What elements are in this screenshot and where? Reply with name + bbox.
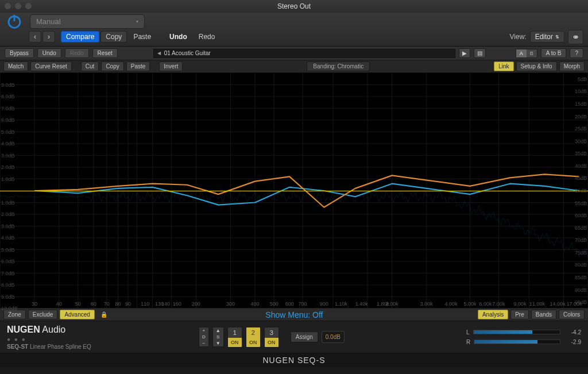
- x-tick: 80: [115, 301, 121, 307]
- y-tick: 7.0dB: [1, 271, 15, 276]
- meter-r: R -2.9: [466, 339, 581, 345]
- banding-dropdown[interactable]: Banding: Chromatic: [307, 61, 370, 71]
- y-tick-right: 65dB: [575, 225, 587, 231]
- y-tick: 3.0dB: [1, 223, 15, 229]
- save-preset-icon[interactable]: ▤: [474, 48, 486, 58]
- ab-toggle[interactable]: A B: [516, 49, 537, 58]
- x-tick: 14.00k: [550, 301, 566, 307]
- x-tick: 1.10k: [335, 301, 347, 307]
- a-to-b-button[interactable]: A to B: [541, 48, 567, 58]
- sidechain-link-icon[interactable]: ⚭: [568, 30, 583, 44]
- y-tick: 5.0dB: [1, 247, 15, 253]
- redo-button[interactable]: Redo: [194, 31, 220, 43]
- curve-reset-button[interactable]: Curve Reset: [30, 61, 72, 71]
- colors-button[interactable]: Colors: [559, 310, 585, 319]
- tool-copy-button[interactable]: Copy: [101, 61, 123, 71]
- reset-button[interactable]: Reset: [92, 48, 118, 58]
- up-arrow-icon[interactable]: ▲: [213, 327, 223, 334]
- cut-button[interactable]: Cut: [81, 61, 99, 71]
- y-tick-right: 5dB: [578, 76, 587, 82]
- x-tick: 110: [141, 301, 149, 307]
- lower-toolbar: Zone Exclude Advanced 🔒 Show Menu: Off A…: [0, 309, 588, 321]
- y-tick-right: 10dB: [575, 88, 587, 94]
- close-icon[interactable]: [5, 3, 11, 9]
- x-tick: 700: [299, 301, 307, 307]
- band-2-button[interactable]: 2ON: [246, 327, 261, 348]
- advanced-button[interactable]: Advanced: [60, 310, 94, 319]
- brand-row: NUGEN Audio ● ● ● SEQ-ST Linear Phase Sp…: [0, 321, 588, 353]
- minimize-icon[interactable]: [15, 3, 21, 9]
- down-arrow-icon[interactable]: ▼: [213, 340, 223, 346]
- morph-button[interactable]: Morph: [559, 61, 585, 71]
- bypass-button[interactable]: Bypass: [5, 48, 34, 58]
- x-tick: 900: [320, 301, 328, 307]
- help-button[interactable]: ?: [570, 48, 583, 58]
- y-tick: 3.0dB: [1, 153, 15, 159]
- x-tick: 7.00k: [492, 301, 505, 307]
- preset-dropdown[interactable]: Manual ▾: [30, 14, 145, 29]
- show-menu-toggle[interactable]: Show Menu: Off: [113, 310, 475, 319]
- lock-icon[interactable]: 🔒: [97, 311, 111, 318]
- prev-button[interactable]: ‹: [29, 31, 41, 43]
- triangle-left-icon[interactable]: ◀: [157, 51, 161, 56]
- assign-button[interactable]: Assign: [291, 331, 318, 342]
- zero-db-line: [0, 191, 588, 191]
- view-dropdown[interactable]: Editor ⇅: [530, 31, 564, 43]
- tool-paste-button[interactable]: Paste: [126, 61, 150, 71]
- x-tick: 600: [285, 301, 294, 307]
- s-label: S: [213, 334, 223, 340]
- next-button[interactable]: ›: [42, 31, 55, 43]
- s-stepper[interactable]: ▲ S ▼: [212, 327, 224, 347]
- minus-icon[interactable]: −: [199, 340, 208, 346]
- preset-strip[interactable]: ◀ 01 Acoustic Guitar: [153, 49, 455, 58]
- y-tick-right: 40dB: [575, 163, 587, 169]
- y-tick-right: 45dB: [575, 175, 587, 181]
- y-tick: 2.0dB: [1, 211, 15, 217]
- compare-button[interactable]: Compare: [61, 31, 99, 43]
- x-tick: 6.00k: [479, 301, 492, 307]
- chevron-down-icon: ▾: [136, 19, 138, 24]
- copy-button[interactable]: Copy: [100, 31, 127, 43]
- y-tick: 10.0dB: [1, 306, 18, 311]
- undo-button[interactable]: Undo: [164, 31, 192, 43]
- x-tick: 4.00k: [444, 301, 457, 307]
- link-button[interactable]: Link: [494, 61, 513, 71]
- y-tick: 4.0dB: [1, 141, 15, 146]
- plus-icon[interactable]: +: [199, 327, 208, 334]
- window-titlebar: Stereo Out: [0, 0, 588, 13]
- pre-button[interactable]: Pre: [510, 310, 529, 319]
- paste-button[interactable]: Paste: [128, 31, 156, 43]
- ab-b[interactable]: B: [527, 49, 537, 57]
- x-tick: 140: [161, 301, 170, 307]
- transport-play-icon[interactable]: ▶: [459, 48, 470, 58]
- power-button[interactable]: [5, 11, 24, 31]
- brand-logo: NUGEN Audio: [7, 325, 133, 335]
- match-button[interactable]: Match: [3, 61, 28, 71]
- setup-button[interactable]: Setup & Info: [516, 61, 557, 71]
- d-stepper[interactable]: + D −: [199, 327, 209, 347]
- eq-graph[interactable]: 9.0dB8.0dB7.0dB6.0dB5.0dB4.0dB3.0dB2.0dB…: [0, 73, 588, 309]
- invert-button[interactable]: Invert: [159, 61, 183, 71]
- y-tick-right: 75dB: [575, 250, 587, 256]
- gain-readout[interactable]: 0.0dB: [322, 331, 345, 343]
- band-1-button[interactable]: 1ON: [227, 327, 242, 348]
- meter-r-value: -2.9: [564, 339, 581, 345]
- zoom-icon[interactable]: [25, 3, 32, 9]
- y-tick: 2.0dB: [1, 164, 15, 170]
- y-tick-right: 90dB: [575, 287, 587, 293]
- exclude-button[interactable]: Exclude: [28, 310, 58, 319]
- band-3-button[interactable]: 3ON: [264, 327, 279, 348]
- y-tick-right: 25dB: [575, 126, 587, 132]
- analysis-button[interactable]: Analysis: [478, 310, 508, 319]
- meter-r-label: R: [466, 339, 470, 345]
- x-tick: 11.00k: [529, 301, 545, 307]
- bands-button[interactable]: Bands: [531, 310, 556, 319]
- y-tick: 9.0dB: [1, 82, 15, 88]
- plugin-redo-button[interactable]: Redo: [65, 48, 89, 58]
- window-controls[interactable]: [5, 3, 32, 9]
- plugin-undo-button[interactable]: Undo: [37, 48, 61, 58]
- ab-a[interactable]: A: [516, 49, 527, 57]
- y-tick: 4.0dB: [1, 235, 15, 241]
- meter-l-label: L: [466, 329, 470, 336]
- meter-r-bar: [474, 340, 560, 344]
